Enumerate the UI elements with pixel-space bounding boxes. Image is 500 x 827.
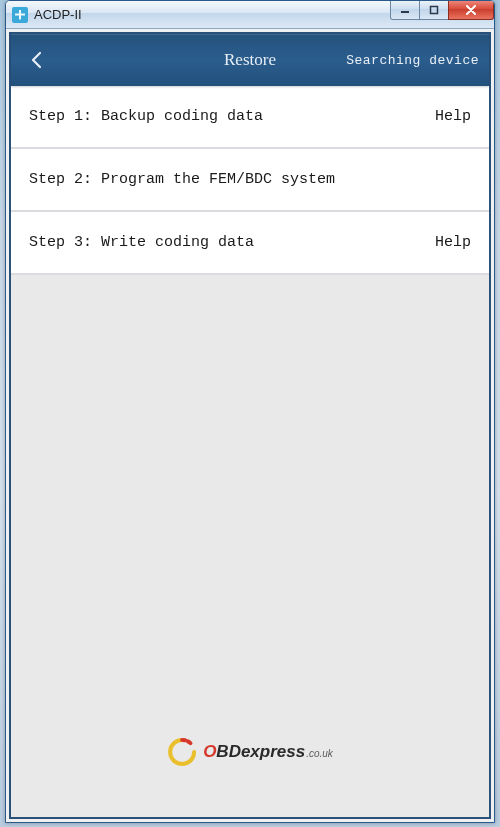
watermark-suffix: .co.uk (306, 748, 333, 759)
step-row-2[interactable]: Step 2: Program the FEM/BDC system (11, 149, 489, 212)
close-icon (465, 5, 477, 15)
steps-list: Step 1: Backup coding data Help Step 2: … (11, 86, 489, 275)
step-row-3[interactable]: Step 3: Write coding data Help (11, 212, 489, 275)
minimize-icon (400, 5, 410, 15)
close-button[interactable] (448, 0, 494, 20)
content-area: OBDexpress.co.uk (11, 275, 489, 817)
window-title: ACDP-II (34, 7, 82, 22)
chevron-left-icon (28, 51, 46, 69)
step-label: Step 2: Program the FEM/BDC system (29, 171, 335, 188)
step-label: Step 1: Backup coding data (29, 108, 263, 125)
app-frame: Restore Searching device Step 1: Backup … (9, 32, 491, 819)
watermark-brand-rest: BDexpress (216, 742, 305, 761)
window-controls (391, 0, 494, 20)
app-header: Restore Searching device (11, 34, 489, 86)
device-status: Searching device (346, 53, 479, 68)
svg-rect-1 (431, 6, 438, 13)
help-link[interactable]: Help (435, 108, 471, 125)
titlebar[interactable]: ACDP-II (6, 1, 494, 29)
page-title: Restore (224, 50, 276, 70)
watermark-icon (167, 737, 197, 767)
svg-rect-0 (401, 11, 409, 13)
step-label: Step 3: Write coding data (29, 234, 254, 251)
help-link[interactable]: Help (435, 234, 471, 251)
maximize-icon (429, 5, 439, 15)
window-frame: ACDP-II Restore Searching device (5, 0, 495, 823)
watermark-text: OBDexpress.co.uk (203, 742, 333, 762)
watermark-brand-first: O (203, 742, 216, 761)
step-row-1[interactable]: Step 1: Backup coding data Help (11, 86, 489, 149)
back-button[interactable] (21, 44, 53, 76)
watermark: OBDexpress.co.uk (167, 737, 333, 767)
maximize-button[interactable] (419, 0, 449, 20)
app-icon (12, 7, 28, 23)
minimize-button[interactable] (390, 0, 420, 20)
